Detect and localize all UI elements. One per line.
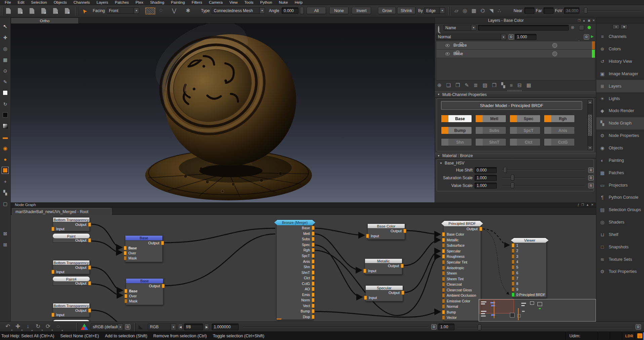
project-file-icon[interactable]: ↓ [30,8,34,14]
toolbar-grip[interactable] [448,7,449,15]
invert-button[interactable]: Invert [352,7,371,14]
input-port[interactable] [512,260,515,264]
reset-gain-button[interactable]: R [636,324,641,330]
project-file-icon[interactable]: Y [53,8,58,14]
node-bottom-transparency[interactable]: Bottom Transparency Output Input [53,303,90,317]
output-port[interactable] [312,287,315,291]
toolbar-grip[interactable] [1,7,2,15]
shader-model-button[interactable]: Shader Model - Principled BRDF [441,101,582,110]
palette-item[interactable]: □ Snapshots [596,241,644,253]
colorspace-dropdown[interactable]: sRGB (default)▼ [91,324,123,330]
input-port[interactable] [442,288,445,292]
reset-button[interactable]: R [588,175,594,181]
channel-toggle-button[interactable]: SpcT [510,127,540,134]
output-port[interactable] [88,238,91,243]
play-icon[interactable]: ▶ [591,34,594,39]
palette-item[interactable]: ¶ Python Console [596,191,644,204]
export-down-icon[interactable]: ↓ [637,333,642,338]
ldr-badge[interactable]: LDR [625,334,633,338]
fov-field[interactable]: 34.000 [564,7,579,14]
viewport-tab[interactable]: Ortho [11,17,79,23]
output-port[interactable] [401,291,404,295]
tool-icon[interactable] [0,120,10,132]
input-port[interactable] [364,295,367,300]
input-port[interactable] [442,277,445,281]
layer-row[interactable]: Base [436,50,595,58]
clear-filter-icon[interactable]: ⊗ [571,25,574,30]
channel-toggle-button[interactable]: Clct [510,138,540,146]
output-port[interactable] [312,270,315,275]
exposure-field[interactable]: 1.000000 [212,324,239,330]
menu-item[interactable]: Selection [28,0,50,5]
view-nav-icon[interactable]: ⟳▾ [43,323,53,331]
menu-item[interactable]: Help [291,0,306,5]
lock-icon[interactable] [459,44,463,47]
output-port[interactable] [88,265,91,270]
node-partial[interactable] [53,320,90,322]
output-port[interactable] [312,309,315,313]
node-base-color[interactable]: Base Color Output Input [367,224,405,240]
gain-slider[interactable] [457,327,633,328]
multichannel-scrollbar[interactable]: ▲ ▼ [588,100,593,150]
panel-header-icon[interactable]: ❐ [581,203,584,206]
nodegraph-minimap[interactable] [479,299,596,322]
layer-action-icon[interactable]: ❏ [446,82,451,88]
tool-icon[interactable]: ▚ [0,187,10,198]
channel-toggle-button[interactable]: Rgh [544,115,575,123]
channel-toggle-button[interactable]: Subs [475,127,506,134]
output-port[interactable] [312,298,315,302]
input-port[interactable] [124,246,127,250]
input-port[interactable] [512,276,515,280]
output-port[interactable] [312,292,315,297]
reset-button[interactable]: R [588,183,594,188]
exposure-slider[interactable] [243,327,429,327]
input-port[interactable] [442,232,445,237]
input-port[interactable] [442,249,445,253]
input-port[interactable] [124,251,127,255]
select-cursor-icon[interactable]: ➤ [80,7,88,15]
scroll-thumb[interactable] [588,115,592,136]
node-bottom-transparency[interactable]: Bottom Transparency Output Input [53,260,90,274]
input-port[interactable] [442,304,445,309]
layer-row[interactable]: Bronze [436,41,595,50]
palette-item[interactable]: ◆ Modo Render [596,105,644,117]
projection-mode-icon[interactable]: ▱ [454,8,458,14]
palette-item[interactable]: ▭ Projectors [596,179,644,191]
pin-sidebar-button[interactable]: ➤ [621,25,628,29]
output-port[interactable] [401,264,404,268]
input-port[interactable] [512,243,515,248]
input-port[interactable] [51,270,54,274]
select-all-button[interactable]: All [307,7,326,14]
palette-item[interactable]: ≋ Texture Sets [596,253,644,265]
tool-icon[interactable]: ▦ [0,54,10,65]
select-none-button[interactable]: None [329,7,349,14]
gain-field[interactable]: 1.00 [438,324,454,330]
color-management-icon[interactable] [81,324,88,330]
input-port[interactable] [512,282,515,286]
project-file-icon[interactable]: ✕ [18,8,23,14]
output-port[interactable] [479,227,482,231]
input-port[interactable] [442,260,445,264]
tool-icon[interactable] [0,109,10,120]
fstop-decrease-button[interactable]: ◀ [178,324,183,330]
material-header[interactable]: ▼ Material : Bronze [435,153,596,159]
input-port[interactable] [512,254,515,258]
palette-item[interactable]: ⊔ Shelf [596,229,644,241]
palette-item[interactable]: ↺ History View [596,55,644,68]
layer-action-icon[interactable]: ⊟ [518,82,522,88]
view-nav-icon[interactable]: ↻▾ [33,323,43,331]
input-port[interactable] [512,249,515,253]
tool-icon[interactable]: ✚ [0,32,10,43]
input-port[interactable] [512,292,515,297]
node-base[interactable]: Base Output BaseOverMask [125,235,163,262]
facing-dropdown[interactable]: Front▼ [107,7,139,14]
output-port[interactable] [312,254,315,258]
palette-header-icon[interactable]: ▲ [582,19,586,22]
menu-item[interactable]: View [226,0,241,5]
input-port[interactable] [442,299,445,303]
palette-item[interactable]: ≣ Layers [596,80,644,92]
input-port[interactable] [51,227,54,231]
layer-action-icon[interactable]: ▦ [526,82,531,88]
nodegraph-canvas[interactable]: Bottom Transparency Output Input Bottom … [11,215,596,322]
palette-item[interactable]: ▚ Node Graph [596,117,644,130]
